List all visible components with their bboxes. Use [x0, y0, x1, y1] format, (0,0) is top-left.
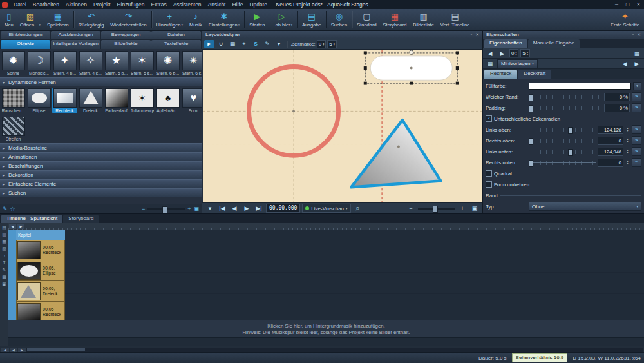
shape-apfelmaennchen[interactable]: ♣ Apfelmän...: [155, 88, 180, 113]
slider-handle[interactable]: [162, 206, 167, 213]
track-music-icon[interactable]: ♪: [3, 253, 6, 258]
tab-timeline-spuransicht[interactable]: Timeline - Spuransicht: [1, 215, 62, 223]
scrollbar-track[interactable]: [26, 348, 643, 352]
zoom-in-icon[interactable]: +: [457, 204, 468, 213]
menu-item[interactable]: Datei: [10, 0, 30, 9]
links-oben-slider[interactable]: [529, 127, 596, 133]
snap-icon[interactable]: +: [239, 40, 249, 48]
design-canvas[interactable]: [203, 50, 482, 202]
add-button[interactable]: + Hinzufügen: [153, 9, 186, 30]
shape-ellipse[interactable]: Ellipse: [26, 88, 52, 113]
scrollbar-thumb[interactable]: [27, 348, 85, 351]
track-zoom-icon[interactable]: ▧: [2, 246, 6, 251]
zoom-out-icon[interactable]: −: [406, 204, 416, 213]
section-beschriftungen[interactable]: ▸ Beschriftungen: [0, 161, 202, 170]
links-oben-spinner[interactable]: [625, 127, 630, 132]
shape-stern-6b[interactable]: ✺ Stern, 6 b...: [155, 50, 180, 76]
shape-rauschen[interactable]: Rauschen...: [1, 88, 26, 113]
minimize-button[interactable]: ─: [611, 0, 622, 9]
undo-button[interactable]: ↶ Rückgängig: [75, 9, 108, 30]
menu-item[interactable]: Assistenten: [170, 0, 205, 9]
play-from-here-button[interactable]: ▷ ...ab hier: [268, 9, 296, 30]
tab-manuelle-eingabe[interactable]: Manuelle Eingabe: [528, 39, 580, 48]
zeitmarke-end-spinner[interactable]: 5: [327, 40, 336, 48]
tab-objekte[interactable]: Objekte: [1, 40, 50, 49]
redo-button[interactable]: ↷ Wiederherstellen: [107, 9, 149, 30]
prev-template-icon[interactable]: ◀: [620, 59, 630, 68]
section-animationen[interactable]: ▸ Animationen: [0, 152, 202, 161]
slider-handle[interactable]: [529, 160, 533, 167]
menu-item[interactable]: Aktionen: [62, 0, 90, 9]
layout-imagelist-button[interactable]: ▥ Bilderliste: [410, 9, 437, 30]
rechts-oben-spinner[interactable]: [625, 138, 630, 143]
weicher-rand-value[interactable]: 0 %: [604, 93, 630, 101]
menu-item[interactable]: Hilfe: [229, 0, 246, 9]
save-button[interactable]: ▦ Speichern: [44, 9, 72, 30]
quadrat-checkbox[interactable]: [486, 170, 492, 177]
tab-texteffekte[interactable]: Texteffekte: [151, 40, 201, 49]
section-dynamische-formen[interactable]: ▾ Dynamische Formen: [0, 77, 202, 86]
shape-rechteck[interactable]: Rechteck: [52, 88, 77, 113]
layout-vertical-timeline-button[interactable]: ▤ Vert. Timeline: [437, 9, 473, 30]
links-unten-value[interactable]: 124,946: [598, 148, 623, 156]
zeitmarke-spinner[interactable]: 0: [317, 40, 326, 48]
tab-einblendungen[interactable]: Einblendungen: [1, 31, 50, 39]
section-einfachere-elemente[interactable]: ▸ Einfachere Elemente: [0, 179, 202, 188]
track-image-icon[interactable]: ▥: [2, 232, 6, 237]
shape-streifen[interactable]: Streifen: [1, 116, 26, 142]
track-add-icon[interactable]: ▤: [2, 225, 6, 230]
section-dekoration[interactable]: ▸ Dekoration: [0, 170, 202, 179]
rechts-oben-value[interactable]: 0: [598, 137, 623, 145]
typ-dropdown[interactable]: Ohne▾: [529, 202, 641, 211]
slider-handle[interactable]: [529, 105, 533, 112]
section-suchen[interactable]: ▸ Suchen: [0, 188, 202, 197]
menu-item[interactable]: Extras: [148, 0, 170, 9]
scroll-left-icon[interactable]: ◀: [9, 224, 16, 229]
zoom-out-icon[interactable]: −: [142, 205, 145, 213]
shape-julianmenge[interactable]: ✶ Julianmenge: [129, 88, 155, 113]
links-unten-spinner[interactable]: [625, 149, 630, 154]
slider-handle[interactable]: [529, 138, 533, 145]
rechts-unten-spinner[interactable]: [625, 160, 630, 165]
rechts-oben-slider[interactable]: [529, 138, 596, 144]
timeline-object[interactable]: 00.05, Ellipse: [16, 260, 65, 281]
tab-intelligente-vorlagen[interactable]: Intelligente Vorlagen: [51, 40, 100, 49]
padding-slider[interactable]: [529, 105, 602, 111]
shape-stern-4s[interactable]: ✧ Stern, 4 s...: [78, 50, 103, 76]
links-unten-slider[interactable]: [529, 149, 596, 155]
track-options-icon[interactable]: ▣: [2, 282, 6, 286]
scroll-right-icon[interactable]: ▶: [17, 224, 24, 229]
maximize-button[interactable]: ▢: [622, 0, 633, 9]
grid-icon[interactable]: ▦: [485, 59, 495, 68]
shape-stern-5b[interactable]: ★ Stern, 5 b...: [104, 50, 129, 76]
options-icon[interactable]: ▦: [632, 49, 642, 57]
links-unten-curve-button[interactable]: ~: [632, 147, 641, 156]
first-steps-button[interactable]: ✦ Erste Schritte: [607, 9, 643, 30]
slider-handle[interactable]: [529, 94, 533, 101]
layout-storyboard-button[interactable]: ▦ Storyboard: [380, 9, 410, 30]
aspect-ratio-badge[interactable]: Seitenverhältnis 16:9: [512, 353, 568, 362]
tab-bewegungen[interactable]: Bewegungen: [101, 31, 151, 39]
view-options-icon[interactable]: ▾: [274, 40, 284, 48]
track-edit-icon[interactable]: ✎: [3, 268, 6, 272]
fuellfarbe-color-swatch[interactable]: [529, 83, 631, 90]
tab-dateien[interactable]: Dateien: [151, 31, 201, 39]
padding-curve-button[interactable]: ~: [632, 103, 641, 112]
section-media-bausteine[interactable]: ▸ Media-Bausteine: [0, 143, 202, 152]
subtab-deckkraft[interactable]: Deckkraft: [518, 70, 551, 79]
padding-value[interactable]: 0 %: [604, 104, 630, 112]
unterschiedliche-eckenradien-checkbox[interactable]: ✓: [486, 115, 492, 122]
tab-storyboard[interactable]: Storyboard: [63, 215, 99, 223]
pencil-icon[interactable]: ✎: [3, 205, 8, 213]
timeline-object[interactable]: 00.05, Dreieck: [16, 281, 65, 302]
select-tool-icon[interactable]: ►: [204, 40, 214, 48]
rechts-unten-slider[interactable]: [529, 160, 596, 166]
triangle-shape[interactable]: [351, 120, 440, 187]
menu-item[interactable]: Update: [246, 0, 270, 9]
fuellfarbe-dropdown-button[interactable]: [633, 82, 641, 90]
grid-icon[interactable]: ▦: [227, 40, 238, 48]
menu-item[interactable]: Hinzufügen: [114, 0, 148, 9]
shape-sonne[interactable]: ✹ Sonne: [1, 50, 26, 76]
pencil-icon[interactable]: ✎: [262, 40, 272, 48]
shape-stern-4b[interactable]: ✦ Stern, 4 b...: [52, 50, 77, 76]
